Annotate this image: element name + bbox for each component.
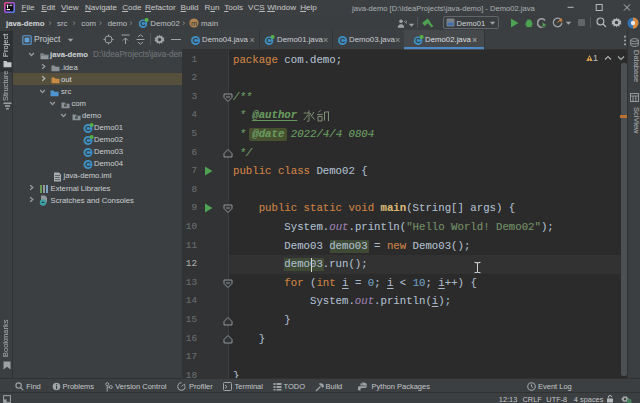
svg-text:C: C: [85, 148, 91, 157]
svg-text:m: m: [191, 19, 197, 28]
svg-text:C: C: [192, 36, 198, 45]
svg-text:C: C: [339, 36, 345, 45]
svg-text:C: C: [85, 160, 91, 169]
